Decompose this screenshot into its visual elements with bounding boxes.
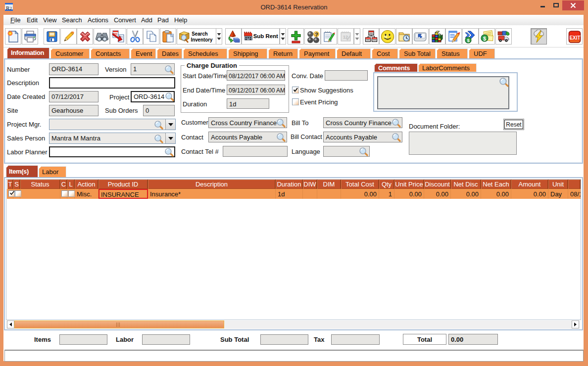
svg-text:Inventory: Inventory	[191, 37, 212, 43]
svg-text:$: $	[483, 35, 486, 41]
svg-text:Sub Rent: Sub Rent	[253, 33, 278, 39]
svg-text:EXIT: EXIT	[569, 35, 580, 40]
svg-text:$: $	[467, 38, 470, 43]
svg-text:?: ?	[315, 31, 318, 37]
svg-text:Search: Search	[192, 31, 207, 37]
